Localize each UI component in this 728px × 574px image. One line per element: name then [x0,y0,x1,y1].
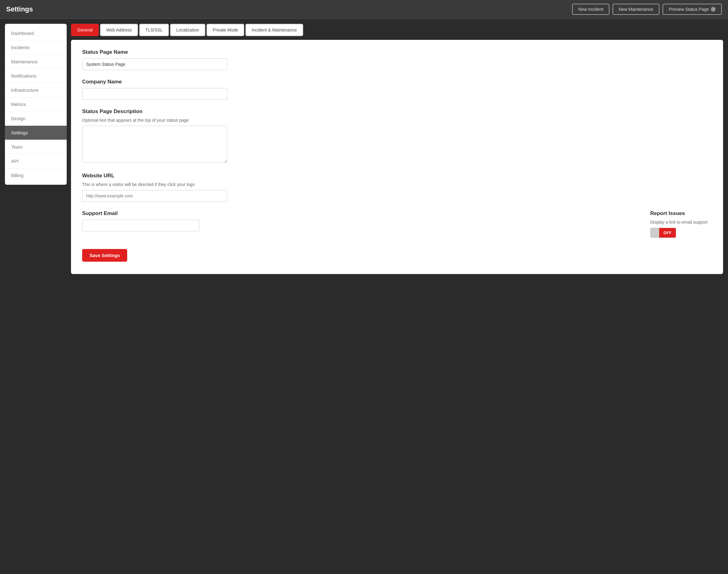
status-page-description-label: Status Page Description [82,109,712,115]
sidebar-item-design[interactable]: Design [5,112,67,126]
report-issues-label: Report Issues [650,210,712,216]
tab-incident-maintenance[interactable]: Incident & Maintenance [245,24,303,36]
support-email-input[interactable] [82,220,199,232]
save-section: Save Settings [82,249,712,262]
status-page-name-section: Status Page Name [82,49,712,70]
status-page-name-label: Status Page Name [82,49,712,55]
website-url-hint: This is where a visitor will be directed… [82,182,712,187]
header-actions: New Incident New Maintenance Preview Sta… [572,4,722,15]
sidebar-item-team[interactable]: Team [5,140,67,154]
report-issues-hint: Display a link to email support [650,220,712,224]
tab-localization[interactable]: Localization [170,24,205,36]
support-email-row: Support Email Report Issues Display a li… [82,210,712,238]
main-content: General Web Address TLS/SSL Localization… [71,24,723,569]
layout: Dashboard Incidents Maintenance Notifica… [0,19,728,574]
report-issues-toggle[interactable]: OFF [650,228,712,238]
settings-content: Status Page Name Company Name Status Pag… [71,40,723,274]
sidebar-item-infrastructure[interactable]: Infrastructure [5,83,67,97]
company-name-label: Company Name [82,79,712,85]
sidebar-item-billing[interactable]: Billing [5,168,67,182]
external-link-icon: ↗ [711,7,716,12]
sidebar-item-metrics[interactable]: Metrics [5,97,67,112]
company-name-section: Company Name [82,79,712,100]
sidebar-item-settings[interactable]: Settings [5,126,67,140]
sidebar: Dashboard Incidents Maintenance Notifica… [5,24,67,185]
support-email-section: Support Email [82,210,632,232]
report-issues-section: Report Issues Display a link to email su… [650,210,712,238]
preview-status-page-button[interactable]: Preview Status Page ↗ [663,4,722,15]
tab-web-address[interactable]: Web Address [100,24,138,36]
support-email-label: Support Email [82,210,632,216]
save-settings-button[interactable]: Save Settings [82,249,127,262]
sidebar-item-dashboard[interactable]: Dashboard [5,26,67,40]
header: Settings New Incident New Maintenance Pr… [0,0,728,19]
website-url-label: Website URL [82,173,712,179]
sidebar-item-notifications[interactable]: Notifications [5,69,67,83]
website-url-section: Website URL This is where a visitor will… [82,173,712,202]
toggle-off-side[interactable]: OFF [659,228,676,238]
page-title: Settings [6,5,33,13]
sidebar-item-api[interactable]: API [5,154,67,168]
settings-tabs: General Web Address TLS/SSL Localization… [71,24,723,36]
sidebar-item-incidents[interactable]: Incidents [5,40,67,55]
status-page-name-input[interactable] [82,58,227,70]
website-url-input[interactable] [82,190,227,202]
new-incident-button[interactable]: New Incident [572,4,609,15]
new-maintenance-button[interactable]: New Maintenance [612,4,659,15]
status-page-description-hint: Optional text that appears at the top of… [82,118,712,123]
toggle-track[interactable]: OFF [650,228,676,238]
tab-tls-ssl[interactable]: TLS/SSL [139,24,169,36]
toggle-on-side[interactable] [650,228,659,238]
tab-general[interactable]: General [71,24,99,36]
status-page-description-section: Status Page Description Optional text th… [82,109,712,164]
company-name-input[interactable] [82,88,227,100]
preview-label: Preview Status Page [669,7,709,12]
status-page-description-textarea[interactable] [82,126,227,163]
sidebar-item-maintenance[interactable]: Maintenance [5,55,67,69]
tab-private-mode[interactable]: Private Mode [207,24,244,36]
